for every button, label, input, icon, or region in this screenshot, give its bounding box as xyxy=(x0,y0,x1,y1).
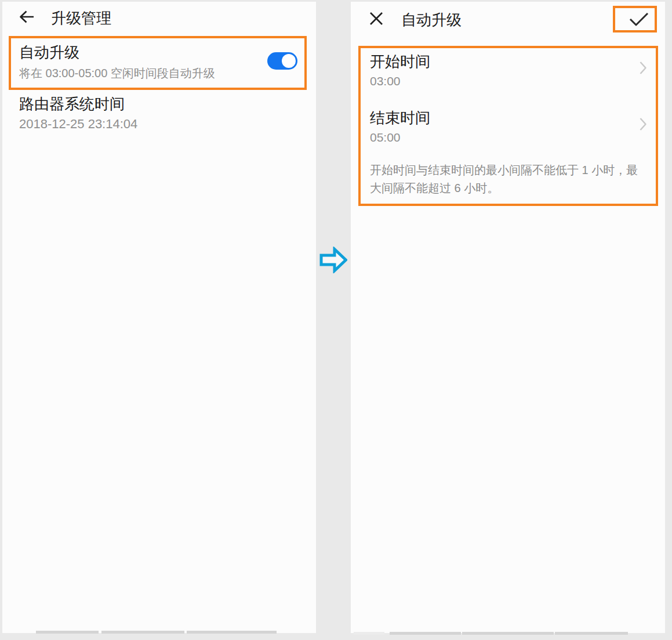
router-system-time-value: 2018-12-25 23:14:04 xyxy=(19,117,137,132)
auto-upgrade-description: 将在 03:00-05:00 空闲时间段自动升级 xyxy=(19,66,215,81)
start-time-row[interactable]: 开始时间 03:00 xyxy=(370,52,637,89)
bottom-bar xyxy=(462,632,554,635)
bottom-bar xyxy=(390,632,461,635)
upgrade-management-screen: 升级管理 自动升级 将在 03:00-05:00 空闲时间段自动升级 路由器系统… xyxy=(2,2,316,633)
page-title: 升级管理 xyxy=(51,9,111,27)
confirm-button[interactable] xyxy=(613,6,657,32)
checkmark-icon xyxy=(629,12,649,27)
chevron-right-icon xyxy=(639,117,647,132)
toggle-knob xyxy=(282,54,296,68)
bottom-bar xyxy=(101,631,184,634)
chevron-right-icon xyxy=(639,60,647,75)
transition-arrow-icon xyxy=(319,247,347,273)
router-system-time-label: 路由器系统时间 xyxy=(19,95,125,113)
page-title: 自动升级 xyxy=(401,10,462,29)
time-range-hint: 开始时间与结束时间的最小间隔不能低于 1 小时，最大间隔不能超过 6 小时。 xyxy=(370,161,641,197)
auto-upgrade-toggle[interactable] xyxy=(267,52,297,70)
back-arrow-icon[interactable] xyxy=(18,8,35,26)
bottom-bar xyxy=(187,631,277,634)
start-time-label: 开始时间 xyxy=(370,52,637,71)
auto-upgrade-screen: 自动升级 开始时间 03:00 结束时间 05:00 开始时间与结束时间的最小间… xyxy=(351,2,665,633)
close-icon[interactable] xyxy=(369,12,383,26)
bottom-bar xyxy=(555,632,628,635)
end-time-row[interactable]: 结束时间 05:00 xyxy=(370,109,637,146)
end-time-value: 05:00 xyxy=(370,130,637,145)
start-time-value: 03:00 xyxy=(370,74,637,89)
bottom-bar xyxy=(36,631,99,634)
end-time-label: 结束时间 xyxy=(370,109,637,127)
bottom-bar xyxy=(354,632,384,635)
auto-upgrade-label: 自动升级 xyxy=(19,43,79,62)
